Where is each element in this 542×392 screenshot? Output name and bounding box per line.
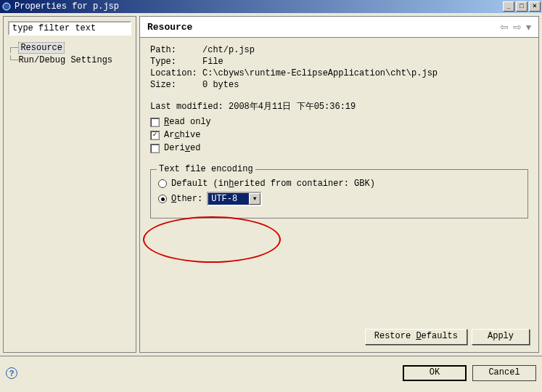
size-value: 0 bytes xyxy=(202,80,239,90)
archive-label: Archive xyxy=(164,130,200,140)
bottom-bar: ? OK Cancel xyxy=(0,356,542,389)
nav-back-icon[interactable]: ⇦ xyxy=(500,21,509,33)
encoding-other-label: Other: xyxy=(171,194,202,204)
help-icon[interactable]: ? xyxy=(6,367,17,379)
tree-item-resource[interactable]: ┌─Resource xyxy=(8,41,131,54)
svg-point-0 xyxy=(3,3,10,10)
category-tree[interactable]: ┌─Resource └─Run/Debug Settings xyxy=(8,41,131,66)
apply-button[interactable]: Apply xyxy=(472,329,530,345)
page-title: Resource xyxy=(147,22,496,33)
last-modified: Last modified: 2008年4月11日 下午05:36:19 xyxy=(150,100,528,113)
filter-input[interactable] xyxy=(8,21,131,36)
page-header: Resource ⇦ ⇨ ▾ xyxy=(139,16,539,38)
radio-icon xyxy=(158,179,167,188)
checkbox-icon: ✓ xyxy=(150,131,160,140)
encoding-other-radio[interactable]: Other: UTF-8 ▼ xyxy=(158,192,520,206)
derived-checkbox[interactable]: Derived xyxy=(150,143,528,153)
annotation-ellipse xyxy=(143,216,281,263)
nav-menu-icon[interactable]: ▾ xyxy=(526,21,531,33)
location-value: C:\cbyws\runtime-EclipseApplication\cht\… xyxy=(202,68,438,78)
encoding-default-label: Default (inherited from container: GBK) xyxy=(171,179,375,189)
chevron-down-icon[interactable]: ▼ xyxy=(249,193,260,205)
path-value: /cht/p.jsp xyxy=(202,45,255,55)
readonly-checkbox[interactable]: Read only xyxy=(150,117,528,127)
radio-icon xyxy=(158,195,167,203)
app-icon xyxy=(1,1,12,12)
location-label: Location: xyxy=(150,68,202,78)
content-area: Path:/cht/p.jsp Type:File Location:C:\cb… xyxy=(139,38,539,353)
tree-item-run-debug[interactable]: └─Run/Debug Settings xyxy=(8,54,131,66)
encoding-combo[interactable]: UTF-8 ▼ xyxy=(207,192,262,206)
minimize-button[interactable]: _ xyxy=(503,1,514,12)
category-tree-pane: ┌─Resource └─Run/Debug Settings xyxy=(3,16,136,353)
cancel-button[interactable]: Cancel xyxy=(472,365,536,381)
type-label: Type: xyxy=(150,57,202,67)
derived-label: Derived xyxy=(164,143,200,153)
restore-defaults-button[interactable]: Restore Defaults xyxy=(365,329,467,345)
encoding-legend: Text file encoding xyxy=(157,164,255,174)
window-title: Properties for p.jsp xyxy=(15,1,119,12)
readonly-label: Read only xyxy=(164,117,211,127)
type-value: File xyxy=(202,57,223,67)
maximize-button[interactable]: □ xyxy=(516,1,527,12)
archive-checkbox[interactable]: ✓ Archive xyxy=(150,130,528,140)
encoding-combo-value: UTF-8 xyxy=(208,193,249,205)
encoding-default-radio[interactable]: Default (inherited from container: GBK) xyxy=(158,179,520,189)
close-button[interactable]: × xyxy=(529,1,541,12)
checkbox-icon xyxy=(150,118,160,127)
size-label: Size: xyxy=(150,80,202,90)
ok-button[interactable]: OK xyxy=(403,365,467,381)
checkbox-icon xyxy=(150,144,160,153)
path-label: Path: xyxy=(150,45,202,55)
title-bar: Properties for p.jsp _ □ × xyxy=(0,0,542,13)
nav-forward-icon[interactable]: ⇨ xyxy=(513,21,522,33)
encoding-fieldset: Text file encoding Default (inherited fr… xyxy=(150,169,528,219)
